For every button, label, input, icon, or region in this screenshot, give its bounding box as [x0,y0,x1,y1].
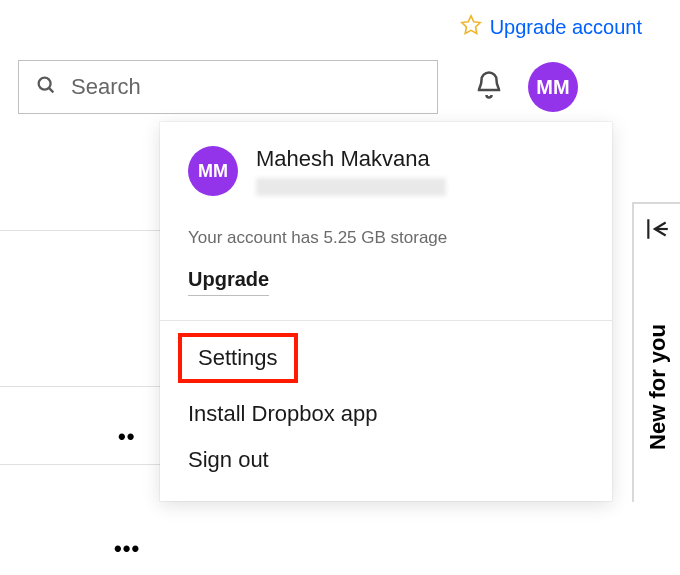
svg-point-1 [39,78,51,90]
star-icon [460,14,482,40]
account-avatar[interactable]: MM [528,62,578,112]
menu-item-settings[interactable]: Settings [178,333,298,383]
search-input[interactable] [71,74,421,100]
svg-marker-0 [462,16,480,34]
ellipsis-icon[interactable]: •• [118,424,135,450]
divider [0,386,160,387]
svg-line-2 [49,88,53,92]
notifications-button[interactable] [474,70,504,104]
user-name: Mahesh Makvana [256,146,446,172]
ellipsis-icon[interactable]: ••• [114,536,140,562]
upgrade-button[interactable]: Upgrade [188,268,269,296]
avatar-initials: MM [198,161,228,182]
search-box[interactable] [18,60,438,114]
side-panel-label[interactable]: New for you [645,324,671,450]
search-icon [35,74,57,100]
storage-text: Your account has 5.25 GB storage [160,210,612,254]
upgrade-account-link[interactable]: Upgrade account [490,16,642,39]
menu-item-install-app[interactable]: Install Dropbox app [160,391,612,437]
side-panel-new-for-you: New for you [632,202,680,502]
avatar-initials: MM [536,76,569,99]
divider [0,230,160,231]
menu-avatar: MM [188,146,238,196]
user-email-redacted [256,178,446,196]
divider [0,464,160,465]
account-menu: MM Mahesh Makvana Your account has 5.25 … [160,122,612,501]
menu-item-sign-out[interactable]: Sign out [160,437,612,483]
